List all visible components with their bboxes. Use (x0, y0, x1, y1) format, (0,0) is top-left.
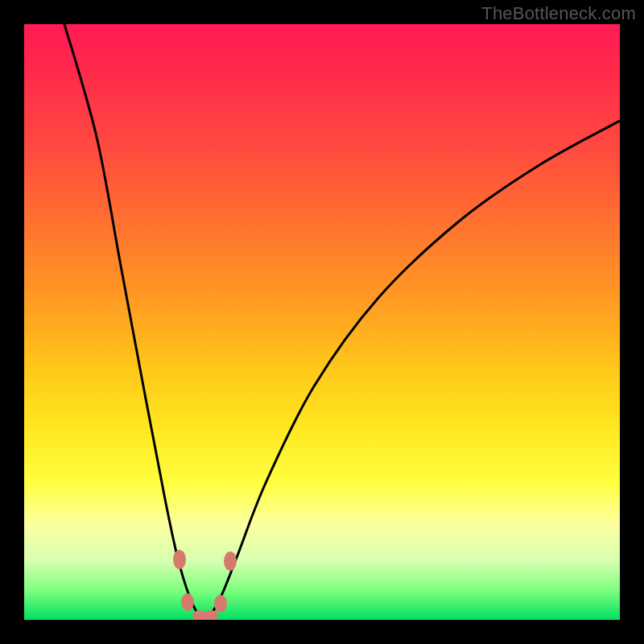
curve-dot (214, 595, 227, 613)
curve-dot (181, 593, 194, 611)
curve-dot (173, 550, 186, 569)
chart-frame: TheBottleneck.com (0, 0, 644, 644)
curve-dot (204, 610, 218, 620)
bottleneck-curve (64, 24, 620, 618)
curve-dot (224, 551, 237, 571)
curve-svg (24, 24, 620, 620)
watermark-text: TheBottleneck.com (481, 3, 636, 24)
plot-area (24, 24, 620, 620)
